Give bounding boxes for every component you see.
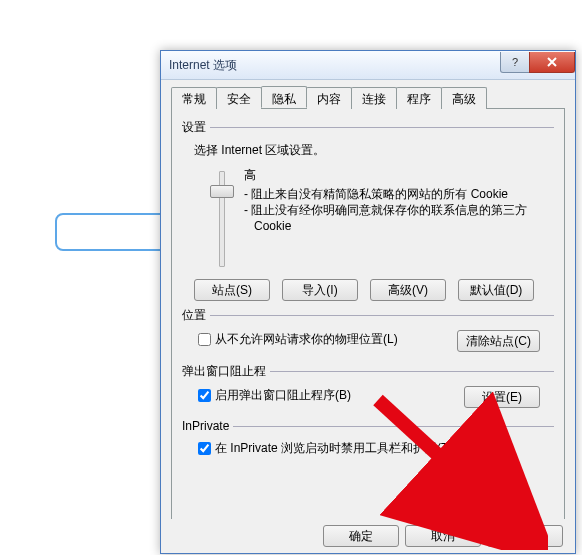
tab-privacy[interactable]: 隐私 bbox=[261, 86, 307, 108]
enable-popup-blocker-checkbox[interactable] bbox=[198, 389, 211, 402]
tab-content[interactable]: 内容 bbox=[306, 87, 352, 109]
default-button[interactable]: 默认值(D) bbox=[458, 279, 534, 301]
popup-row: 启用弹出窗口阻止程序(B) 设置(E) bbox=[194, 386, 554, 405]
inprivate-group-label: InPrivate bbox=[182, 419, 229, 433]
titlebar: Internet 选项 ? bbox=[161, 51, 575, 80]
never-allow-location-checkbox[interactable] bbox=[198, 333, 211, 346]
privacy-level-slider[interactable] bbox=[210, 171, 232, 267]
enable-popup-blocker-label: 启用弹出窗口阻止程序(B) bbox=[215, 387, 351, 404]
window-buttons: ? bbox=[501, 52, 575, 72]
inprivate-row: 在 InPrivate 浏览启动时禁用工具栏和扩展(T) bbox=[194, 439, 554, 458]
tab-strip: 常规 安全 隐私 内容 连接 程序 高级 bbox=[171, 86, 565, 109]
sites-button[interactable]: 站点(S) bbox=[194, 279, 270, 301]
disable-toolbars-inprivate-label: 在 InPrivate 浏览启动时禁用工具栏和扩展(T) bbox=[215, 440, 452, 457]
divider bbox=[233, 426, 554, 427]
tab-advanced[interactable]: 高级 bbox=[441, 87, 487, 109]
settings-buttons: 站点(S) 导入(I) 高级(V) 默认值(D) bbox=[194, 279, 554, 301]
privacy-bullet-2: - 阻止没有经你明确同意就保存你的联系信息的第三方 Cookie bbox=[244, 202, 554, 234]
location-group-label: 位置 bbox=[182, 307, 206, 324]
divider bbox=[270, 371, 554, 372]
disable-toolbars-inprivate-checkbox[interactable] bbox=[198, 442, 211, 455]
import-button[interactable]: 导入(I) bbox=[282, 279, 358, 301]
tab-security[interactable]: 安全 bbox=[216, 87, 262, 109]
close-icon bbox=[546, 57, 558, 67]
dialog-title: Internet 选项 bbox=[169, 57, 237, 74]
advanced-button[interactable]: 高级(V) bbox=[370, 279, 446, 301]
slider-thumb[interactable] bbox=[210, 185, 234, 198]
location-group-header: 位置 bbox=[182, 307, 554, 324]
popup-group-header: 弹出窗口阻止程 bbox=[182, 363, 554, 380]
slider-info: 高 - 阻止来自没有精简隐私策略的网站的所有 Cookie - 阻止没有经你明确… bbox=[244, 167, 554, 235]
close-button[interactable] bbox=[529, 52, 575, 73]
popup-group-label: 弹出窗口阻止程 bbox=[182, 363, 266, 380]
privacy-bullet-1: - 阻止来自没有精简隐私策略的网站的所有 Cookie bbox=[244, 186, 554, 202]
location-row: 从不允许网站请求你的物理位置(L) 清除站点(C) bbox=[194, 330, 554, 349]
cancel-button[interactable]: 取消 bbox=[405, 525, 481, 547]
dialog-content: 常规 安全 隐私 内容 连接 程序 高级 设置 选择 Internet 区域设置… bbox=[161, 80, 575, 520]
privacy-tab-page: 设置 选择 Internet 区域设置。 高 - 阻止来自没有精简隐私策略的网站… bbox=[171, 109, 565, 530]
apply-button[interactable]: 应用(A) bbox=[487, 525, 563, 547]
divider bbox=[210, 127, 554, 128]
help-button[interactable]: ? bbox=[500, 52, 530, 73]
dialog-footer: 确定 取消 应用(A) bbox=[161, 519, 575, 553]
tab-programs[interactable]: 程序 bbox=[396, 87, 442, 109]
never-allow-location-label: 从不允许网站请求你的物理位置(L) bbox=[215, 331, 398, 348]
tab-general[interactable]: 常规 bbox=[171, 87, 217, 109]
divider bbox=[210, 315, 554, 316]
clear-sites-button[interactable]: 清除站点(C) bbox=[457, 330, 540, 352]
background-rounded-box bbox=[55, 213, 169, 251]
settings-desc: 选择 Internet 区域设置。 bbox=[194, 142, 554, 159]
settings-group-header: 设置 bbox=[182, 119, 554, 136]
settings-group-label: 设置 bbox=[182, 119, 206, 136]
privacy-level-name: 高 bbox=[244, 167, 554, 184]
inprivate-group-header: InPrivate bbox=[182, 419, 554, 433]
popup-settings-button[interactable]: 设置(E) bbox=[464, 386, 540, 408]
tab-connections[interactable]: 连接 bbox=[351, 87, 397, 109]
ok-button[interactable]: 确定 bbox=[323, 525, 399, 547]
privacy-slider-row: 高 - 阻止来自没有精简隐私策略的网站的所有 Cookie - 阻止没有经你明确… bbox=[210, 167, 554, 267]
internet-options-dialog: Internet 选项 ? 常规 安全 隐私 内容 连接 程序 高级 设置 bbox=[160, 50, 576, 554]
